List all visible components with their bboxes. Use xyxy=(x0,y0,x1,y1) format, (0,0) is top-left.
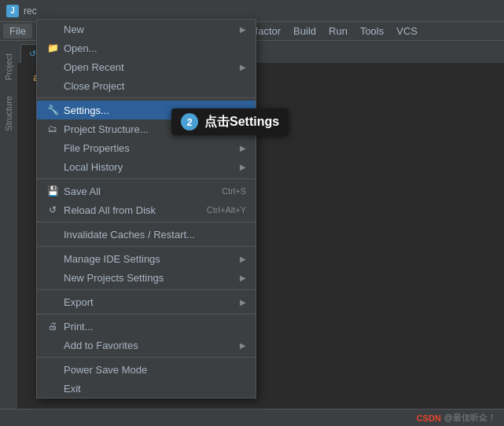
add-favorites-icon xyxy=(46,339,59,351)
menu-file[interactable]: File xyxy=(3,24,32,39)
open-icon: 📁 xyxy=(46,42,59,54)
export-icon xyxy=(46,296,59,308)
reload-shortcut: Ctrl+Alt+Y xyxy=(207,205,246,215)
menu-item-open[interactable]: 📁 Open... xyxy=(37,39,256,57)
new-icon xyxy=(46,23,59,35)
sidebar-left: Project Structure xyxy=(0,41,17,426)
title-bar-title: rec xyxy=(24,6,37,17)
menu-item-open-recent[interactable]: Open Recent ▶ xyxy=(37,57,256,76)
new-projects-icon xyxy=(46,271,59,284)
save-all-icon: 💾 xyxy=(46,185,59,197)
export-arrow: ▶ xyxy=(240,298,246,307)
separator-3 xyxy=(37,222,256,222)
menu-item-new-projects[interactable]: New Projects Settings ▶ xyxy=(37,268,256,287)
separator-2 xyxy=(37,178,256,179)
separator-6 xyxy=(37,314,256,314)
file-dropdown-menu: New ▶ 📁 Open... Open Recent ▶ Close Proj… xyxy=(36,19,256,398)
csdn-icon: CSDN xyxy=(417,413,441,423)
menu-item-export[interactable]: Export ▶ xyxy=(37,292,256,311)
local-history-icon xyxy=(46,160,59,173)
save-all-shortcut: Ctrl+S xyxy=(222,186,246,196)
tooltip-bubble: 2 点击Settings xyxy=(171,108,289,135)
menu-item-local-history[interactable]: Local History ▶ xyxy=(37,157,256,176)
manage-ide-arrow: ▶ xyxy=(240,255,246,263)
new-arrow: ▶ xyxy=(240,25,246,34)
invalidate-icon xyxy=(46,228,59,241)
sidebar-tab-project[interactable]: Project xyxy=(2,49,16,85)
new-projects-arrow: ▶ xyxy=(240,274,246,282)
separator-5 xyxy=(37,289,256,290)
menu-tools[interactable]: Tools xyxy=(354,24,390,39)
menu-item-new[interactable]: New ▶ xyxy=(37,20,256,39)
open-recent-icon xyxy=(46,61,59,73)
app-icon: J xyxy=(6,5,19,17)
print-icon: 🖨 xyxy=(46,320,59,332)
tooltip-number: 2 xyxy=(181,113,198,130)
close-project-icon xyxy=(46,79,59,92)
menu-item-print[interactable]: 🖨 Print... xyxy=(37,317,256,336)
separator-4 xyxy=(37,246,256,247)
separator-1 xyxy=(37,97,256,98)
menu-build[interactable]: Build xyxy=(287,24,322,39)
menu-item-invalidate[interactable]: Invalidate Caches / Restart... xyxy=(37,225,256,244)
manage-ide-icon xyxy=(46,252,59,265)
separator-7 xyxy=(37,357,256,358)
reload-icon: ↺ xyxy=(46,204,59,216)
status-bar: CSDN @最佳听众！ xyxy=(0,409,504,426)
tooltip-text: 点击Settings xyxy=(204,114,279,130)
file-properties-icon xyxy=(46,141,59,154)
menu-item-reload[interactable]: ↺ Reload All from Disk Ctrl+Alt+Y xyxy=(37,200,256,219)
add-favorites-arrow: ▶ xyxy=(240,341,246,350)
open-recent-arrow: ▶ xyxy=(240,63,246,72)
menu-item-file-properties[interactable]: File Properties ▶ xyxy=(37,138,256,157)
menu-run[interactable]: Run xyxy=(322,24,354,39)
sidebar-tab-structure[interactable]: Structure xyxy=(2,91,16,136)
menu-vcs[interactable]: VCS xyxy=(390,24,424,39)
menu-item-save-all[interactable]: 💾 Save All Ctrl+S xyxy=(37,182,256,200)
csdn-text: @最佳听众！ xyxy=(444,412,496,424)
project-structure-icon: 🗂 xyxy=(46,123,59,135)
settings-icon: 🔧 xyxy=(46,104,59,116)
tab-junit-icon: ↺ xyxy=(29,49,36,59)
menu-item-exit[interactable]: Exit xyxy=(37,379,256,398)
file-properties-arrow: ▶ xyxy=(240,144,246,152)
menu-item-add-favorites[interactable]: Add to Favorites ▶ xyxy=(37,336,256,354)
power-save-icon xyxy=(46,363,59,376)
menu-item-manage-ide[interactable]: Manage IDE Settings ▶ xyxy=(37,249,256,268)
exit-icon xyxy=(46,382,59,395)
csdn-watermark: CSDN @最佳听众！ xyxy=(417,412,496,424)
local-history-arrow: ▶ xyxy=(240,163,246,171)
menu-item-close-project[interactable]: Close Project xyxy=(37,76,256,95)
menu-item-power-save[interactable]: Power Save Mode xyxy=(37,360,256,379)
